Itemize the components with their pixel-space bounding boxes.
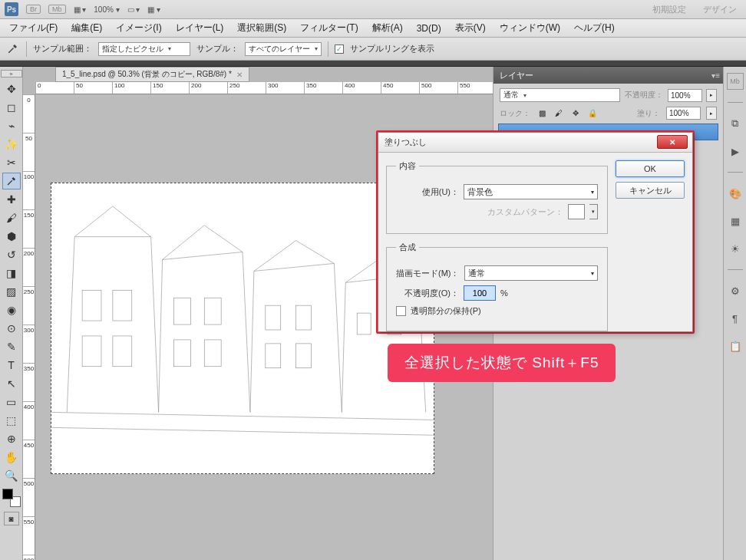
mode-select[interactable]: 通常▾ [464,265,599,281]
mode-label: 描画モード(M)： [396,268,460,279]
3d-tool[interactable]: ⬚ [2,412,21,429]
lock-paint-icon[interactable]: 🖌 [553,108,564,119]
swatches-icon[interactable]: 🎨 [727,185,744,202]
dialog-close-button[interactable]: ✕ [657,135,688,149]
brush-tool[interactable]: 🖌 [2,209,21,226]
sample-ring-checkbox[interactable]: ✓ [335,44,344,54]
menu-layer[interactable]: レイヤー(L) [170,19,230,37]
svg-rect-0 [82,290,101,321]
history-icon[interactable]: ⧉ [727,115,744,132]
eyedropper-icon [5,41,20,57]
cancel-button[interactable]: キャンセル [616,182,685,199]
menu-filter[interactable]: フィルター(T) [294,19,364,37]
dlg-opacity-label: 不透明度(O)： [396,288,459,299]
crop-tool[interactable]: ✂ [2,154,21,171]
workspace-init-button[interactable]: 初期設定 [648,4,691,15]
dialog-title-bar[interactable]: 塗りつぶし ✕ [378,133,692,153]
svg-rect-2 [82,336,101,367]
opacity-field[interactable]: 100% [668,89,702,102]
view-dropdown[interactable]: ▦ ▾ [147,5,160,14]
pen-tool[interactable]: ✎ [2,338,21,355]
lasso-tool[interactable]: ⌁ [2,117,21,134]
gear-icon[interactable]: ⚙ [727,282,744,299]
fill-field[interactable]: 100% [666,107,701,120]
blur-tool[interactable]: ◉ [2,301,21,318]
zoom-level[interactable]: 100% ▾ [94,5,119,14]
lock-move-icon[interactable]: ✥ [570,108,581,119]
toolbox: » ✥ ◻ ⌁ ✨ ✂ ✚ 🖌 ⬢ ↺ ◨ ▨ ◉ ⊙ ✎ T ↖ ▭ ⬚ ⊕ … [0,67,23,560]
quickmask-toggle[interactable]: ◙ [4,512,19,525]
preserve-transparency-label: 透明部分の保持(P) [411,305,481,317]
blend-mode-select[interactable]: 通常▾ [500,88,620,102]
type-tool[interactable]: T [2,357,21,374]
history-brush-tool[interactable]: ↺ [2,246,21,263]
svg-rect-8 [266,305,281,330]
panel-grip[interactable] [0,61,746,67]
svg-rect-7 [204,340,221,367]
close-icon[interactable]: ✕ [236,71,243,79]
menu-view[interactable]: 表示(V) [449,19,492,37]
workspace-design-button[interactable]: デザイン [698,4,741,15]
lock-all-icon[interactable]: 🔒 [587,108,598,119]
minibridge-badge[interactable]: Mb [48,5,66,14]
pattern-dropdown: ▾ [589,204,598,219]
svg-rect-12 [357,313,371,334]
menu-file[interactable]: ファイル(F) [3,19,64,37]
screenmode-dropdown[interactable]: ▦ ▾ [74,5,87,14]
ok-button[interactable]: OK [616,160,685,177]
svg-rect-4 [173,298,190,324]
3d-camera-tool[interactable]: ⊕ [2,430,21,447]
preserve-transparency-checkbox[interactable] [396,306,406,316]
lock-transparent-icon[interactable]: ▩ [536,108,547,119]
menu-3d[interactable]: 3D(D) [411,21,447,36]
stamp-tool[interactable]: ⬢ [2,228,21,245]
menu-edit[interactable]: 編集(E) [65,19,108,37]
sample-layer-select[interactable]: すべてのレイヤー▾ [245,42,322,56]
path-tool[interactable]: ↖ [2,375,21,392]
move-tool[interactable]: ✥ [2,81,21,97]
svg-rect-10 [266,344,281,368]
pattern-swatch [568,204,585,219]
opacity-stepper[interactable]: ▸ [706,89,717,102]
use-select[interactable]: 背景色▾ [464,184,598,199]
wand-tool[interactable]: ✨ [2,136,21,153]
mb-icon[interactable]: Mb [727,73,744,90]
svg-rect-5 [204,298,221,324]
hand-tool[interactable]: ✋ [2,449,21,466]
marquee-tool[interactable]: ◻ [2,99,21,116]
adjustments-icon[interactable]: ☀ [727,240,744,257]
arrange-dropdown[interactable]: ▭ ▾ [127,5,140,14]
character-icon[interactable]: 📋 [727,338,744,354]
sample-range-select[interactable]: 指定したピクセル▾ [98,42,190,56]
menu-window[interactable]: ウィンドウ(W) [493,19,566,37]
menu-image[interactable]: イメージ(I) [110,19,167,37]
sample-range-label: サンプル範囲： [33,43,92,54]
panel-menu-icon[interactable]: ▾≡ [711,71,720,80]
contents-legend: 内容 [396,160,419,172]
document-tab[interactable]: 1_5_line.psd @ 50.3% (背景 のコピー, RGB/8#) *… [55,67,249,82]
play-icon[interactable]: ▶ [727,143,744,160]
eraser-tool[interactable]: ◨ [2,265,21,282]
dlg-opacity-input[interactable] [464,285,496,301]
menu-help[interactable]: ヘルプ(H) [568,19,621,37]
shape-tool[interactable]: ▭ [2,394,21,410]
bridge-badge[interactable]: Br [26,5,41,14]
paragraph-icon[interactable]: ¶ [727,310,744,327]
styles-icon[interactable]: ▦ [727,212,744,229]
menu-select[interactable]: 選択範囲(S) [231,19,292,37]
healing-tool[interactable]: ✚ [2,191,21,208]
toolbox-expand[interactable]: » [1,70,22,77]
contents-fieldset: 内容 使用(U)： 背景色▾ カスタムパターン： ▾ [386,160,608,234]
svg-rect-6 [173,340,190,367]
zoom-tool[interactable]: 🔍 [2,467,21,484]
dodge-tool[interactable]: ⊙ [2,320,21,337]
ruler-vertical: 050100150200250300350400450500550600 [23,94,35,560]
layers-panel-header[interactable]: レイヤー▾≡ [493,67,723,84]
menu-analysis[interactable]: 解析(A) [366,19,409,37]
fill-stepper[interactable]: ▸ [706,107,717,120]
color-swatch[interactable] [2,489,21,507]
gradient-tool[interactable]: ▨ [2,283,21,300]
eyedropper-tool[interactable] [2,173,21,189]
ruler-horizontal: 050100150200250300350400450500550 [35,82,493,94]
svg-rect-9 [296,305,312,330]
